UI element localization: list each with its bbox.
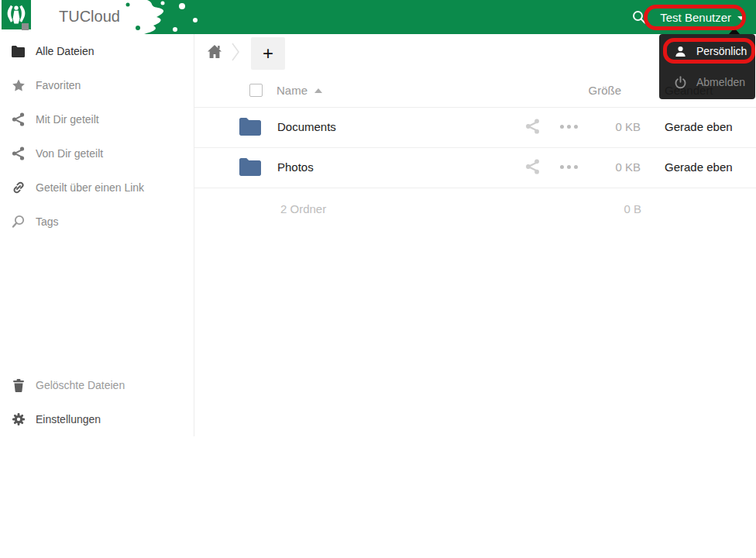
sidebar-item-shared-by-link[interactable]: Geteilt über einen Link (0, 170, 194, 205)
sidebar-item-deleted-files[interactable]: Gelöschte Dateien (0, 368, 194, 402)
menu-item-label: Persönlich (696, 45, 747, 57)
app-title: TUCloud (59, 0, 120, 34)
sidebar-item-shared-with-you[interactable]: Mit Dir geteilt (0, 102, 194, 136)
file-row[interactable]: Documents 0 KB Gerade eben (194, 107, 756, 148)
plus-icon: + (263, 43, 273, 64)
share-icon (11, 112, 26, 126)
chevron-down-icon (737, 16, 745, 20)
gear-icon (11, 412, 26, 426)
folder-icon (239, 117, 262, 140)
star-icon (11, 79, 26, 92)
file-name: Documents (277, 107, 336, 147)
tag-search-icon (11, 215, 26, 229)
summary-total-size: 0 B (624, 188, 641, 228)
logo-badge (22, 23, 29, 30)
file-row[interactable]: Photos 0 KB Gerade eben (194, 147, 756, 188)
sidebar-item-label: Tags (36, 215, 59, 228)
file-modified: Gerade eben (665, 147, 733, 188)
top-header-bar: TUCloud Test Benutzer (0, 0, 756, 34)
sidebar-item-label: Geteilt über einen Link (36, 181, 144, 194)
new-file-button[interactable]: + (251, 37, 285, 70)
more-actions-icon[interactable] (560, 125, 578, 129)
sidebar-item-label: Von Dir geteilt (36, 147, 103, 160)
app-window: TUCloud Test Benutzer Alle Dateien Favor… (0, 0, 756, 558)
file-size: 0 KB (615, 147, 641, 188)
sidebar-item-label: Favoriten (36, 79, 81, 91)
power-icon (674, 76, 687, 89)
file-name: Photos (277, 147, 314, 188)
breadcrumb-home-icon[interactable] (207, 44, 222, 62)
sidebar-item-label: Einstellungen (36, 413, 101, 425)
sidebar-item-label: Mit Dir geteilt (36, 113, 99, 126)
share-icon[interactable] (525, 159, 540, 177)
dropdown-arrow (729, 28, 740, 34)
sidebar-item-all-files[interactable]: Alle Dateien (0, 34, 194, 68)
file-modified: Gerade eben (665, 107, 733, 147)
file-size: 0 KB (615, 107, 641, 147)
menu-item-personal[interactable]: Persönlich (659, 36, 755, 67)
university-crest-icon (5, 4, 28, 26)
select-all-checkbox[interactable] (249, 84, 263, 97)
menu-item-label: Abmelden (696, 76, 745, 88)
sidebar-item-favorites[interactable]: Favoriten (0, 68, 194, 102)
link-icon (11, 181, 26, 195)
sidebar-item-shared-by-you[interactable]: Von Dir geteilt (0, 136, 194, 170)
sidebar: Alle Dateien Favoriten Mit Dir geteilt V… (0, 34, 194, 436)
share-icon[interactable] (525, 119, 540, 137)
menu-item-logout[interactable]: Abmelden (659, 67, 755, 98)
share-icon (11, 146, 26, 160)
user-menu-label: Test Benutzer (660, 11, 731, 24)
user-dropdown-menu: Persönlich Abmelden (659, 34, 755, 99)
breadcrumb-chevron-icon (231, 41, 240, 66)
search-icon[interactable] (631, 9, 647, 25)
column-header-size[interactable]: Größe (588, 74, 621, 107)
file-list-summary: 2 Ordner 0 B (194, 188, 756, 228)
sidebar-item-label: Gelöschte Dateien (36, 379, 125, 391)
more-actions-icon[interactable] (560, 165, 578, 169)
folder-icon (239, 157, 262, 180)
sort-ascending-icon (314, 88, 322, 93)
sidebar-item-tags[interactable]: Tags (0, 205, 194, 239)
sidebar-item-label: Alle Dateien (36, 45, 94, 57)
trash-icon (11, 378, 26, 392)
folder-icon (11, 45, 26, 57)
person-icon (674, 45, 687, 58)
column-name-label: Name (277, 84, 308, 97)
summary-folder-count: 2 Ordner (280, 188, 326, 228)
user-menu-button[interactable]: Test Benutzer (660, 11, 745, 24)
column-header-name[interactable]: Name (277, 74, 322, 107)
sidebar-item-settings[interactable]: Einstellungen (0, 402, 194, 436)
